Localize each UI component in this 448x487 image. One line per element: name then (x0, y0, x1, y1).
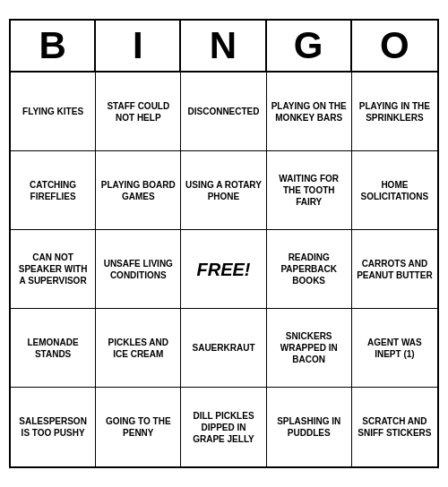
bingo-cell-r3c1[interactable]: CAN NOT SPEAKER WITH A SUPERVISOR (11, 230, 96, 309)
bingo-cell-r5c5[interactable]: SCRATCH AND SNIFF STICKERS (352, 388, 437, 466)
bingo-cell-r2c4[interactable]: WAITING FOR THE TOOTH FAIRY (267, 151, 352, 230)
bingo-cell-r2c3[interactable]: USING A ROTARY PHONE (181, 151, 266, 230)
bingo-cell-r5c2[interactable]: GOING TO THE PENNY (96, 388, 181, 466)
bingo-cell-r1c3[interactable]: DISCONNECTED (181, 73, 266, 151)
bingo-cell-r3c3[interactable]: Free! (181, 230, 266, 309)
header-letter-o: O (352, 21, 437, 71)
header-letter-g: G (267, 21, 352, 71)
bingo-cell-r1c2[interactable]: STAFF COULD NOT HELP (96, 73, 181, 151)
bingo-cell-r3c4[interactable]: READING PAPERBACK BOOKS (267, 230, 352, 309)
bingo-cell-r3c5[interactable]: CARROTS AND PEANUT BUTTER (352, 230, 437, 309)
bingo-cell-r4c2[interactable]: PICKLES AND ICE CREAM (96, 309, 181, 388)
bingo-cell-r2c1[interactable]: CATCHING FIREFLIES (11, 151, 96, 230)
bingo-cell-r4c1[interactable]: LEMONADE STANDS (11, 309, 96, 388)
bingo-cell-r1c1[interactable]: FLYING KITES (11, 73, 96, 151)
header-letter-n: N (181, 21, 266, 71)
bingo-cell-r4c5[interactable]: AGENT WAS INEPT (1) (352, 309, 437, 388)
bingo-cell-r5c3[interactable]: DILL PICKLES DIPPED IN GRAPE JELLY (181, 388, 266, 466)
bingo-cell-r5c4[interactable]: SPLASHING IN PUDDLES (267, 388, 352, 466)
bingo-grid: FLYING KITESSTAFF COULD NOT HELPDISCONNE… (11, 73, 437, 466)
bingo-header: BINGO (11, 21, 437, 73)
bingo-cell-r4c4[interactable]: SNICKERS WRAPPED IN BACON (267, 309, 352, 388)
bingo-cell-r5c1[interactable]: SALESPERSON IS TOO PUSHY (11, 388, 96, 466)
bingo-cell-r2c5[interactable]: HOME SOLICITATIONS (352, 151, 437, 230)
bingo-cell-r2c2[interactable]: PLAYING BOARD GAMES (96, 151, 181, 230)
bingo-cell-r3c2[interactable]: UNSAFE LIVING CONDITIONS (96, 230, 181, 309)
bingo-card: BINGO FLYING KITESSTAFF COULD NOT HELPDI… (9, 19, 439, 468)
bingo-cell-r1c4[interactable]: PLAYING ON THE MONKEY BARS (267, 73, 352, 151)
bingo-cell-r4c3[interactable]: SAUERKRAUT (181, 309, 266, 388)
header-letter-i: I (96, 21, 181, 71)
bingo-cell-r1c5[interactable]: PLAYING IN THE SPRINKLERS (352, 73, 437, 151)
header-letter-b: B (11, 21, 96, 71)
